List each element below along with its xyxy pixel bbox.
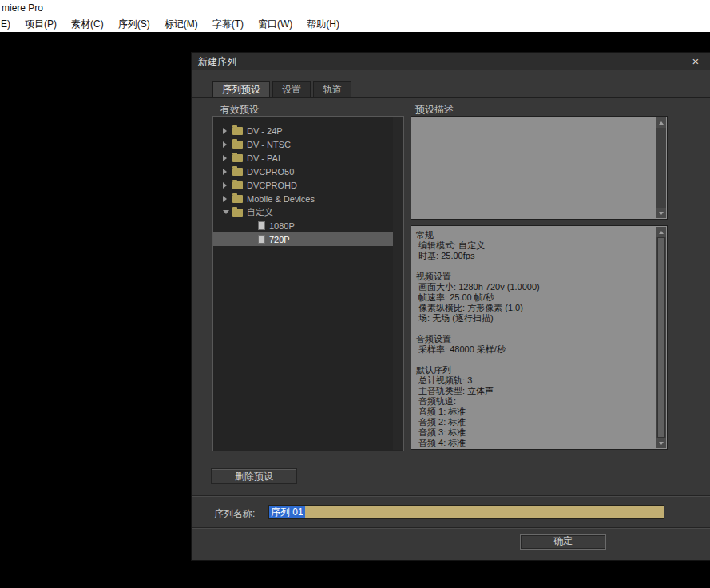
tab-settings[interactable]: 设置: [272, 81, 311, 98]
tree-item-label: DVCPRO50: [247, 167, 294, 177]
folder-icon: [232, 195, 243, 203]
sequence-name-input[interactable]: 序列 01: [268, 505, 664, 519]
new-sequence-dialog: 新建序列 × 序列预设 设置 轨道 有效预设 DV - 24P DV - NTS…: [192, 53, 710, 560]
description-line: 音频 2: 标准: [416, 417, 651, 427]
folder-icon: [232, 154, 243, 162]
tree-item-label: DVCPROHD: [247, 181, 297, 190]
tab-bar: 序列预设 设置 轨道: [212, 81, 354, 98]
description-line: 帧速率: 25.00 帧/秒: [416, 292, 651, 303]
description-line: 画面大小: 1280h 720v (1.0000): [416, 282, 651, 292]
description-line: 音频 4: 标准: [416, 438, 651, 448]
app-title: miere Pro: [2, 2, 43, 14]
expander-collapsed-icon[interactable]: [223, 168, 232, 176]
description-line: 场: 无场 (逐行扫描): [416, 313, 651, 324]
tab-sequence-presets[interactable]: 序列预设: [212, 81, 270, 98]
description-line: 音频 3: 标准: [416, 427, 651, 438]
scroll-down-icon[interactable]: [656, 208, 666, 218]
divider: [192, 495, 710, 497]
preset-description-label: 预设描述: [415, 103, 454, 117]
scroll-down-icon[interactable]: [656, 438, 666, 448]
description-line: 音频 1: 标准: [416, 407, 651, 417]
tree-item-label: 自定义: [247, 206, 273, 218]
menu-item[interactable]: 序列(S): [111, 16, 157, 32]
delete-preset-button[interactable]: 删除预设: [212, 469, 296, 483]
menu-bar: E) 项目(P) 素材(C) 序列(S) 标记(M) 字幕(T) 窗口(W) 帮…: [0, 16, 710, 32]
folder-icon: [232, 141, 243, 149]
folder-icon: [232, 127, 243, 135]
dialog-title: 新建序列: [198, 53, 236, 70]
tree-item[interactable]: 1080P: [213, 219, 393, 232]
dialog-title-bar[interactable]: 新建序列 ×: [192, 53, 710, 70]
preset-description-box: [411, 116, 668, 220]
close-icon[interactable]: ×: [688, 54, 704, 70]
divider: [192, 527, 710, 529]
menu-item[interactable]: 帮助(H): [299, 16, 347, 32]
menu-item[interactable]: 项目(P): [18, 16, 64, 32]
tree-item-label: DV - NTSC: [247, 140, 291, 149]
description-line: [416, 355, 651, 365]
tree-item[interactable]: DVCPROHD: [213, 178, 393, 192]
tree-item-label: DV - PAL: [247, 153, 283, 163]
description-line: 音频设置: [416, 334, 651, 344]
details-scrollbar[interactable]: [656, 227, 666, 448]
description-line: 编辑模式: 自定义: [416, 240, 651, 251]
ok-button[interactable]: 确定: [520, 534, 606, 550]
tree-item-label: Mobile & Devices: [247, 194, 315, 204]
expander-expanded-icon[interactable]: [223, 209, 232, 217]
expander-collapsed-icon[interactable]: [223, 181, 232, 189]
description-line: 常规: [416, 230, 651, 240]
description-line: 视频设置: [416, 272, 651, 282]
tab-divider: [192, 97, 710, 98]
description-line: [416, 324, 651, 334]
tree-item[interactable]: Mobile & Devices: [213, 192, 393, 205]
available-presets-label: 有效预设: [220, 103, 259, 117]
preset-file-icon: [258, 235, 265, 244]
tree-item[interactable]: DVCPRO50: [213, 165, 393, 178]
tree-item-label: DV - 24P: [247, 126, 283, 136]
preset-details-box: 常规 编辑模式: 自定义 时基: 25.00fps 视频设置 画面大小: 128…: [411, 225, 668, 450]
tree-item-label: 1080P: [269, 221, 295, 231]
preset-tree: DV - 24P DV - NTSC DV - PAL DVCPRO50 DVC: [212, 116, 404, 451]
folder-icon: [232, 168, 243, 176]
menu-item[interactable]: 标记(M): [157, 16, 205, 32]
expander-collapsed-icon[interactable]: [223, 141, 232, 149]
tab-tracks[interactable]: 轨道: [313, 81, 351, 98]
scroll-thumb[interactable]: [657, 237, 665, 438]
preset-file-icon: [258, 221, 265, 230]
description-line: 音频轨道:: [416, 396, 651, 407]
tree-item-selected[interactable]: 720P: [213, 232, 393, 246]
description-line: 时基: 25.00fps: [416, 251, 651, 261]
selected-text: 序列 01: [269, 505, 305, 519]
menu-item[interactable]: E): [0, 16, 18, 32]
tree-item[interactable]: DV - 24P: [213, 124, 393, 137]
menu-item[interactable]: 字幕(T): [205, 16, 251, 32]
description-line: 采样率: 48000 采样/秒: [416, 344, 651, 355]
tree-item[interactable]: DV - PAL: [213, 151, 393, 165]
menu-item[interactable]: 素材(C): [64, 16, 111, 32]
description-line: [416, 261, 651, 272]
folder-icon: [232, 181, 243, 189]
sequence-name-label: 序列名称:: [214, 507, 255, 521]
scroll-up-icon[interactable]: [656, 117, 666, 128]
description-line: 默认序列: [416, 365, 651, 375]
tree-item[interactable]: DV - NTSC: [213, 137, 393, 151]
menu-item[interactable]: 窗口(W): [251, 16, 299, 32]
folder-icon: [232, 209, 243, 217]
tree-item[interactable]: 自定义: [213, 205, 393, 219]
description-line: 总计视频轨: 3: [416, 375, 651, 386]
expander-collapsed-icon[interactable]: [223, 154, 232, 162]
expander-collapsed-icon[interactable]: [223, 127, 232, 135]
screen: miere Pro E) 项目(P) 素材(C) 序列(S) 标记(M) 字幕(…: [0, 0, 710, 588]
description-line: 主音轨类型: 立体声: [416, 386, 651, 396]
tree-item-label: 720P: [269, 235, 290, 244]
description-line: 像素纵横比: 方形像素 (1.0): [416, 303, 651, 313]
tree-scrollbar-track[interactable]: [393, 117, 403, 450]
expander-collapsed-icon[interactable]: [223, 195, 232, 203]
app-title-bar: miere Pro: [0, 0, 710, 16]
scroll-up-icon[interactable]: [656, 227, 666, 237]
description-scrollbar[interactable]: [656, 117, 666, 218]
